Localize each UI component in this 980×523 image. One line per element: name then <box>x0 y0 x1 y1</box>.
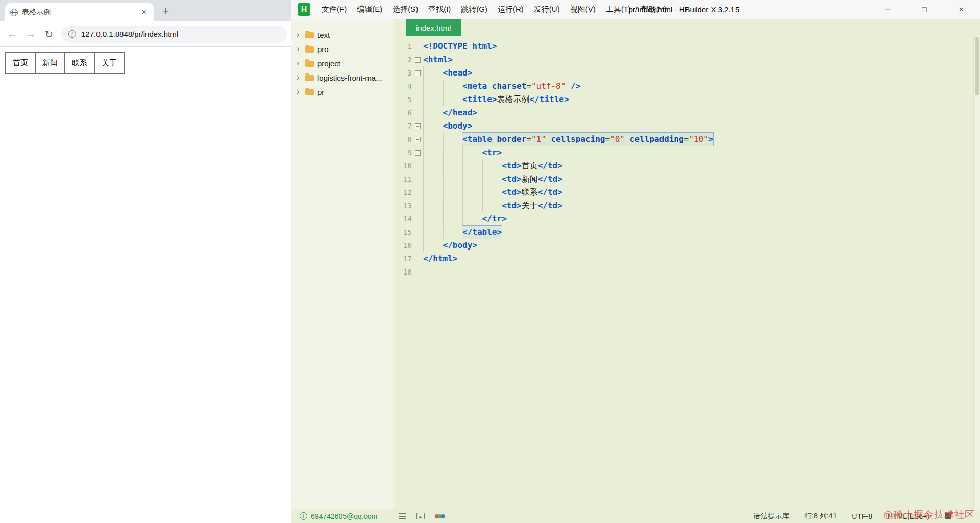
menu-item[interactable]: 视图(V) <box>565 2 601 17</box>
code-line[interactable]: 5 <title>表格示例</title> <box>394 93 980 106</box>
scrollbar-thumb[interactable] <box>975 37 979 95</box>
fold-collapse-icon[interactable]: − <box>415 150 421 156</box>
reload-icon[interactable]: ↻ <box>41 26 57 42</box>
line-number: 7 <box>394 119 412 133</box>
editor-scrollbar[interactable] <box>973 36 980 509</box>
editor-tab-indexhtml[interactable]: index.html <box>406 19 461 36</box>
fold-spacer <box>412 40 423 53</box>
code-line[interactable]: 7− <body> <box>394 119 980 133</box>
tree-item-label: pro <box>317 45 329 54</box>
tag-match-highlight: <table border="1" cellspacing="0" cellpa… <box>462 133 713 146</box>
code-line[interactable]: 12 <td>联系</td> <box>394 186 980 199</box>
code-line[interactable]: 17</html> <box>394 252 980 265</box>
browser-page: 首页新闻联系关于 <box>0 47 291 523</box>
code-area[interactable]: 1<!DOCTYPE html>2−<html>3− <head>4 <meta… <box>394 36 980 509</box>
line-number: 5 <box>394 93 412 106</box>
image-icon[interactable] <box>416 513 425 519</box>
chevron-right-icon[interactable]: › <box>297 59 302 67</box>
browser-tab-title: 表格示例 <box>22 8 135 17</box>
fold-collapse-icon[interactable]: − <box>415 123 421 129</box>
cursor-position-status[interactable]: 行:8 列:41 <box>804 512 837 521</box>
table-cell: 首页 <box>6 52 35 74</box>
line-number: 2 <box>394 53 412 66</box>
account-email[interactable]: 694742605@qq.com <box>311 512 377 520</box>
menu-item[interactable]: 选择(S) <box>387 2 423 17</box>
syntax-hint-status[interactable]: 语法提示库 <box>753 512 789 521</box>
account-icon: i <box>300 512 307 520</box>
chevron-right-icon[interactable]: › <box>297 88 302 96</box>
code-line[interactable]: 14 </tr> <box>394 212 980 226</box>
outline-icon[interactable] <box>399 513 406 519</box>
minimize-icon[interactable]: ─ <box>882 5 893 14</box>
tree-item-text[interactable]: ›text <box>291 28 394 42</box>
page-table: 首页新闻联系关于 <box>5 52 125 74</box>
tree-item-pr[interactable]: ›pr <box>291 85 394 99</box>
menu-bar: H 文件(F)编辑(E)选择(S)查找(I)跳转(G)运行(R)发行(U)视图(… <box>291 0 980 19</box>
code-line[interactable]: 3− <head> <box>394 66 980 80</box>
chevron-right-icon[interactable]: › <box>297 45 302 53</box>
code-line[interactable]: 6 </head> <box>394 106 980 119</box>
tab-close-icon[interactable]: × <box>139 7 149 17</box>
menu-item[interactable]: 编辑(E) <box>352 2 387 17</box>
code-line[interactable]: 18 <box>394 265 980 279</box>
tree-item-pro[interactable]: ›pro <box>291 42 394 56</box>
code-text: <title>表格示例</title> <box>423 93 569 106</box>
line-number: 18 <box>394 265 412 279</box>
code-line[interactable]: 15 </table> <box>394 226 980 239</box>
code-line[interactable]: 4 <meta charset="utf-8" /> <box>394 80 980 93</box>
fold-marker-icon[interactable]: − <box>412 66 423 80</box>
menu-item[interactable]: 文件(F) <box>316 2 352 17</box>
fold-marker-icon[interactable]: − <box>412 119 423 133</box>
code-text: </body> <box>423 239 477 252</box>
folder-icon <box>305 32 314 38</box>
code-text: <meta charset="utf-8" /> <box>423 80 580 93</box>
fold-collapse-icon[interactable]: − <box>415 70 421 76</box>
code-line[interactable]: 8− <table border="1" cellspacing="0" cel… <box>394 133 980 146</box>
menu-item[interactable]: 发行(U) <box>529 2 565 17</box>
forward-icon[interactable]: → <box>22 26 39 42</box>
theme-colors-icon[interactable] <box>435 514 445 518</box>
site-info-icon[interactable]: i <box>68 30 76 38</box>
window-controls: ─ □ × <box>882 5 974 14</box>
account-status[interactable]: i 694742605@qq.com <box>300 512 377 520</box>
chevron-right-icon[interactable]: › <box>297 73 302 82</box>
back-icon[interactable]: ← <box>4 26 20 42</box>
browser-toolbar: ← → ↻ i 127.0.0.1:8848/pr/index.html <box>0 21 291 47</box>
tree-item-project[interactable]: ›project <box>291 56 394 70</box>
table-cell: 新闻 <box>35 52 65 74</box>
fold-collapse-icon[interactable]: − <box>415 137 421 142</box>
project-sidebar: ›text›pro›project›logistics-front-ma...›… <box>291 19 394 509</box>
code-text: <td>新闻</td> <box>423 172 562 186</box>
address-bar[interactable]: i 127.0.0.1:8848/pr/index.html <box>61 26 287 43</box>
code-line[interactable]: 10 <td>首页</td> <box>394 159 980 172</box>
folder-icon <box>305 61 314 67</box>
code-line[interactable]: 13 <td>关于</td> <box>394 199 980 212</box>
fold-marker-icon[interactable]: − <box>412 53 423 66</box>
browser-tab[interactable]: 表格示例 × <box>5 3 154 21</box>
file-tree: ›text›pro›project›logistics-front-ma...›… <box>291 28 394 99</box>
maximize-icon[interactable]: □ <box>919 5 930 14</box>
code-line[interactable]: 11 <td>新闻</td> <box>394 172 980 186</box>
fold-marker-icon[interactable]: − <box>412 133 423 146</box>
ide-main: ›text›pro›project›logistics-front-ma...›… <box>291 19 980 509</box>
new-tab-button[interactable]: + <box>158 4 174 19</box>
menu-items: 文件(F)编辑(E)选择(S)查找(I)跳转(G)运行(R)发行(U)视图(V)… <box>316 2 672 17</box>
code-line[interactable]: 9− <tr> <box>394 146 980 159</box>
code-line[interactable]: 16 </body> <box>394 239 980 252</box>
close-icon[interactable]: × <box>955 5 967 14</box>
chevron-right-icon[interactable]: › <box>297 31 302 39</box>
line-number: 15 <box>394 226 412 239</box>
fold-spacer <box>412 186 423 199</box>
tree-item-label: pr <box>317 88 324 96</box>
menu-item[interactable]: 查找(I) <box>423 2 456 17</box>
code-line[interactable]: 2−<html> <box>394 53 980 66</box>
fold-marker-icon[interactable]: − <box>412 146 423 159</box>
menu-item[interactable]: 跳转(G) <box>456 2 493 17</box>
fold-collapse-icon[interactable]: − <box>415 57 421 63</box>
fold-spacer <box>412 106 423 119</box>
menu-item[interactable]: 运行(R) <box>493 2 529 17</box>
code-text: <!DOCTYPE html> <box>423 40 497 53</box>
tree-item-logisticsfrontma[interactable]: ›logistics-front-ma... <box>291 70 394 85</box>
code-line[interactable]: 1<!DOCTYPE html> <box>394 40 980 53</box>
encoding-status[interactable]: UTF-8 <box>852 512 872 520</box>
